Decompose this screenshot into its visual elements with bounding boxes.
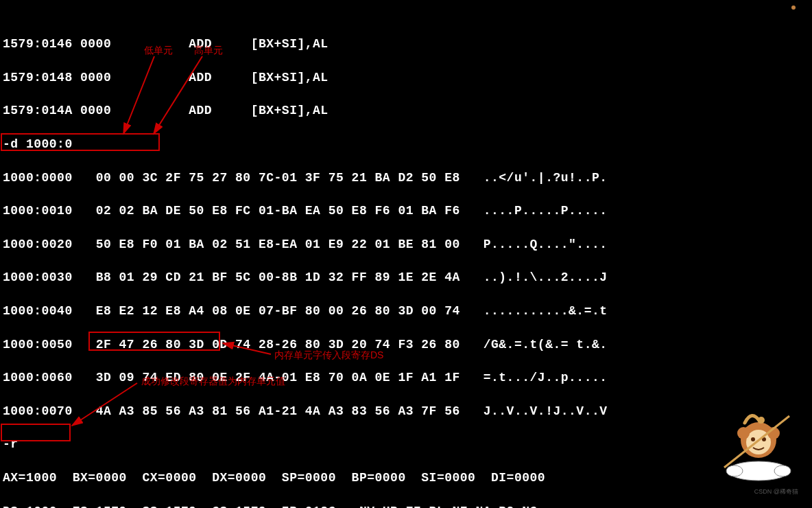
disasm-line: 1579:0148 0000 ADD [BX+SI],AL: [3, 69, 812, 86]
disasm-line: 1579:014A 0000 ADD [BX+SI],AL: [3, 102, 812, 119]
annotation-note1: 内存单元字传入段寄存DS: [274, 349, 383, 362]
dump-row: 1000:0020 50 E8 F0 01 BA 02 51 E8-EA 01 …: [3, 236, 812, 253]
svg-point-9: [774, 465, 791, 476]
svg-point-16: [758, 417, 765, 424]
mascot-icon: [717, 402, 800, 485]
dump-row: 1000:0010 02 02 BA DE 50 E8 FC 01-BA EA …: [3, 203, 812, 219]
svg-point-14: [751, 437, 755, 441]
regs-line: DS=1000 ES=1579 SS=1579 CS=1579 IP=012C …: [3, 503, 812, 508]
annotation-note2: 成功修改段寄存器值为内存单元值: [141, 375, 285, 388]
svg-point-8: [726, 465, 743, 476]
annotation-low-byte: 低单元: [144, 44, 173, 57]
cmd-r: -r: [3, 436, 812, 452]
window-indicator: [791, 5, 796, 10]
cmd-d: -d 1000:0: [3, 136, 812, 152]
disasm-line: 1579:0146 0000 ADD [BX+SI],AL: [3, 36, 812, 52]
dump-row: 1000:0000 00 00 3C 2F 75 27 80 7C-01 3F …: [3, 170, 812, 186]
dump-row: 1000:0040 E8 E2 12 E8 A4 08 0E 07-BF 80 …: [3, 303, 812, 319]
dump-row: 1000:0070 4A A3 85 56 A3 81 56 A1-21 4A …: [3, 403, 812, 419]
watermark: CSDN @稀奇猫: [754, 487, 798, 496]
annotation-high-byte: 高单元: [194, 44, 223, 57]
regs-line: AX=1000 BX=0000 CX=0000 DX=0000 SP=0000 …: [3, 470, 812, 486]
dump-row: 1000:0050 2F 47 26 80 3D 0D 74 28-26 80 …: [3, 336, 812, 353]
dump-row: 1000:0030 B8 01 29 CD 21 BF 5C 00-8B 1D …: [3, 269, 812, 286]
terminal-output: 1579:0146 0000 ADD [BX+SI],AL 1579:0148 …: [3, 19, 812, 508]
svg-point-12: [737, 427, 750, 439]
dump-row: 1000:0060 3D 09 74 ED 80 0E 2F 4A-01 E8 …: [3, 369, 812, 386]
